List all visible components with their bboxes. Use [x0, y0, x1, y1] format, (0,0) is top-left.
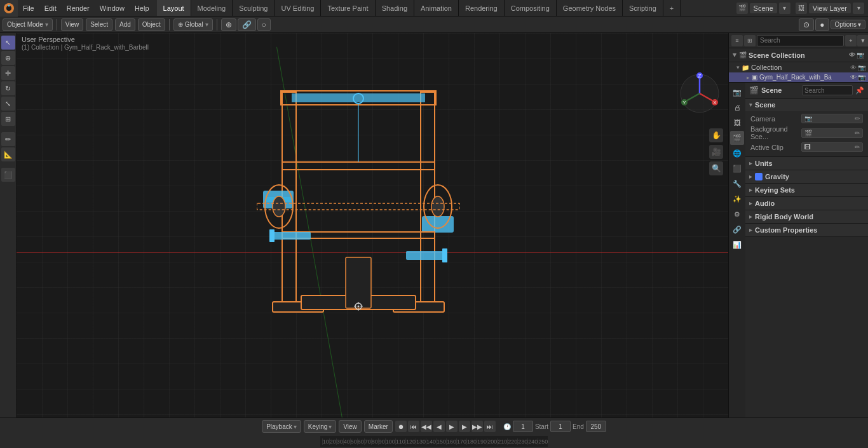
outliner-search-input[interactable] — [757, 35, 844, 46]
outliner-filter-icon[interactable]: ⊞ — [744, 35, 756, 46]
edit-menu[interactable]: Edit — [39, 0, 62, 16]
keying-menu[interactable]: Keying ▾ — [304, 420, 337, 433]
tab-rendering[interactable]: Rendering — [459, 0, 505, 16]
physics-prop-icon[interactable]: ⚙ — [730, 207, 744, 221]
obj-render-icon[interactable]: 📷 — [858, 74, 865, 81]
tab-sculpting[interactable]: Sculpting — [233, 0, 275, 16]
next-keyframe-btn[interactable]: ▶ — [459, 421, 470, 432]
file-menu[interactable]: File — [18, 0, 39, 16]
outliner-filter2-icon[interactable]: ▼ — [857, 35, 868, 46]
hand-tool-icon[interactable]: ✋ — [709, 128, 723, 142]
jump-start-btn[interactable]: ⏮ — [408, 421, 419, 432]
play-btn[interactable]: ▶ — [446, 421, 458, 432]
playback-menu[interactable]: Playback ▾ — [262, 420, 301, 433]
rotate-tool[interactable]: ↻ — [1, 81, 15, 95]
view-layer-name[interactable]: View Layer — [809, 3, 851, 13]
options-btn[interactable]: Options ▾ — [831, 20, 865, 29]
coll-eye-icon[interactable]: 👁 — [850, 64, 857, 71]
properties-pin-icon[interactable]: 📌 — [855, 86, 864, 95]
active-clip-value[interactable]: 🎞 ✏ — [801, 142, 863, 152]
render-hide-icon[interactable]: 📷 — [857, 51, 864, 58]
view-layer-prop-icon[interactable]: 🖼 — [730, 116, 744, 130]
tab-modeling[interactable]: Modeling — [191, 0, 233, 16]
end-frame-input[interactable]: 250 — [586, 421, 606, 432]
select-btn[interactable]: Select — [86, 18, 112, 31]
navigation-gizmo[interactable]: Z X Y — [677, 71, 722, 116]
object-prop-icon[interactable]: ⬛ — [730, 161, 744, 175]
custom-properties-header[interactable]: ▸ Custom Properties — [745, 224, 868, 236]
scale-tool[interactable]: ⤡ — [1, 97, 15, 111]
prev-frame-btn[interactable]: ◀◀ — [421, 421, 432, 432]
add-primitive-tool[interactable]: ⬛ — [1, 168, 15, 182]
outliner-mode-icon[interactable]: ≡ — [731, 35, 743, 46]
scene-options-icon[interactable]: ▾ — [779, 3, 790, 14]
view-menu[interactable]: View — [339, 420, 362, 433]
tab-texture-paint[interactable]: Texture Paint — [321, 0, 375, 16]
prev-keyframe-btn[interactable]: ◀ — [433, 421, 445, 432]
move-tool[interactable]: ✛ — [1, 66, 15, 80]
tab-shading[interactable]: Shading — [376, 0, 414, 16]
mode-selector[interactable]: Object Mode ▾ — [3, 18, 53, 31]
window-menu[interactable]: Window — [95, 0, 130, 16]
transform-tool[interactable]: ⊞ — [1, 112, 15, 126]
jump-end-btn[interactable]: ⏭ — [484, 421, 496, 432]
view-layer-options-icon[interactable]: ▾ — [853, 3, 864, 14]
scene-section-header[interactable]: ▾ Scene — [745, 98, 868, 111]
scene-prop-icon[interactable]: 🎬 — [730, 131, 744, 145]
scene-name[interactable]: Scene — [750, 3, 777, 13]
add-btn[interactable]: Add — [115, 18, 135, 31]
render-menu[interactable]: Render — [62, 0, 95, 16]
world-prop-icon[interactable]: 🌐 — [730, 146, 744, 160]
object-row[interactable]: ▸ ▣ Gym_Half_Rack_with_Ba 👁 📷 — [729, 72, 868, 82]
collection-row[interactable]: ▾ 📁 Collection 👁 📷 — [729, 62, 868, 72]
viewport-shading[interactable]: ● — [815, 18, 829, 31]
view-btn[interactable]: View — [61, 18, 84, 31]
particles-prop-icon[interactable]: ✨ — [730, 192, 744, 206]
measure-tool[interactable]: 📐 — [1, 147, 15, 161]
frame-numbers-bar[interactable]: 10 20 30 40 50 60 70 80 90 100 110 120 1… — [320, 436, 548, 447]
keying-sets-header[interactable]: ▸ Keying Sets — [745, 184, 868, 196]
current-frame-input[interactable]: 1 — [513, 421, 533, 432]
rigid-body-world-header[interactable]: ▸ Rigid Body World — [745, 210, 868, 223]
data-prop-icon[interactable]: 📊 — [730, 238, 744, 252]
bg-scene-value[interactable]: 🎬 ✏ — [801, 128, 863, 138]
marker-menu[interactable]: Marker — [364, 420, 393, 433]
move-btn[interactable]: ⊕ — [221, 18, 236, 31]
gravity-check[interactable] — [755, 173, 763, 180]
camera-value[interactable]: 📷 ✏ — [801, 114, 863, 123]
camera-view-icon[interactable]: 🎥 — [709, 145, 723, 159]
modifier-prop-icon[interactable]: 🔧 — [730, 177, 744, 191]
coll-render-icon[interactable]: 📷 — [858, 64, 865, 71]
render-prop-icon[interactable]: 📷 — [730, 85, 744, 99]
snap-btn[interactable]: 🔗 — [238, 18, 256, 31]
output-prop-icon[interactable]: 🖨 — [730, 100, 744, 114]
viewport[interactable]: User Perspective (1) Collection | Gym_Ha… — [17, 33, 728, 417]
units-section-header[interactable]: ▸ Units — [745, 157, 868, 170]
gravity-section-header[interactable]: ▸ Gravity — [745, 170, 868, 183]
bg-scene-edit-icon[interactable]: ✏ — [855, 130, 860, 137]
active-clip-edit-icon[interactable]: ✏ — [855, 144, 860, 151]
tab-layout[interactable]: Layout — [157, 0, 191, 16]
overlay-btn[interactable]: ⊙ — [799, 18, 814, 31]
record-btn[interactable]: ⏺ — [395, 421, 407, 432]
select-tool[interactable]: ↖ — [1, 36, 15, 50]
start-frame-input[interactable]: 1 — [550, 421, 571, 432]
eye-hide-icon[interactable]: 👁 — [849, 51, 855, 58]
transform-btn[interactable]: ⊕ Global ▾ — [173, 18, 213, 31]
next-frame-btn[interactable]: ▶▶ — [471, 421, 483, 432]
camera-edit-icon[interactable]: ✏ — [855, 115, 860, 122]
proportional-btn[interactable]: ○ — [257, 18, 271, 31]
tab-geometry-nodes[interactable]: Geometry Nodes — [557, 0, 623, 16]
tab-compositing[interactable]: Compositing — [505, 0, 557, 16]
outliner-add-icon[interactable]: + — [845, 35, 857, 46]
object-btn[interactable]: Object — [138, 18, 165, 31]
help-menu[interactable]: Help — [130, 0, 154, 16]
zoom-icon[interactable]: 🔍 — [709, 161, 723, 175]
cursor-tool[interactable]: ⊕ — [1, 51, 15, 65]
constraints-prop-icon[interactable]: 🔗 — [730, 222, 744, 236]
obj-eye-icon[interactable]: 👁 — [850, 74, 857, 81]
tab-add[interactable]: + — [663, 0, 681, 16]
tab-animation[interactable]: Animation — [414, 0, 459, 16]
tab-scripting[interactable]: Scripting — [623, 0, 663, 16]
annotate-tool[interactable]: ✏ — [1, 132, 15, 146]
